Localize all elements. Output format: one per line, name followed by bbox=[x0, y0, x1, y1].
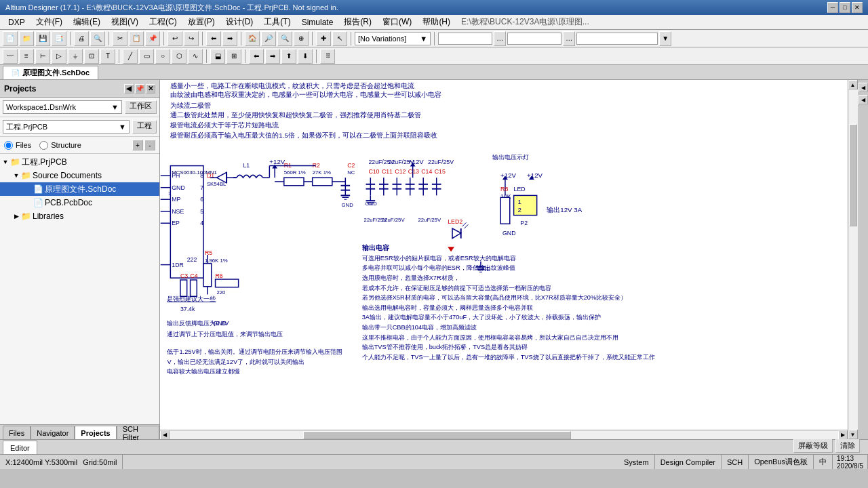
tb-undo-btn[interactable]: ↩ bbox=[167, 31, 182, 46]
search-input2[interactable] bbox=[507, 33, 561, 45]
tree-collapse-btn[interactable]: - bbox=[144, 140, 155, 150]
tb2-comp-btn[interactable]: ⊡ bbox=[84, 49, 99, 64]
panel-tab-projects[interactable]: Projects bbox=[75, 426, 116, 439]
tb2-wire-btn[interactable]: 〰 bbox=[3, 49, 18, 64]
files-radio[interactable] bbox=[4, 141, 13, 150]
tb2-port-btn[interactable]: ▷ bbox=[52, 49, 66, 64]
tb2-nav3[interactable]: ⬆ bbox=[281, 49, 296, 64]
sch-section[interactable]: SCH bbox=[722, 455, 749, 469]
tb-print-btn[interactable]: 🖨 bbox=[74, 31, 89, 46]
tb2-nav-next[interactable]: ➡ bbox=[265, 49, 280, 64]
tb-zoomin-btn[interactable]: 🔎 bbox=[261, 31, 276, 46]
tb-zoomsel-btn[interactable]: ⊕ bbox=[294, 31, 309, 46]
project-expand-icon[interactable]: ▼ bbox=[1, 158, 9, 166]
tb2-nav4[interactable]: ⬇ bbox=[298, 49, 313, 64]
tree-item-libraries[interactable]: ▶ 📁 Libraries bbox=[0, 209, 159, 223]
menu-file[interactable]: 文件(F) bbox=[31, 15, 68, 29]
tb2-bus-btn[interactable]: ≡ bbox=[19, 49, 34, 64]
panel-tab-sch-filter[interactable]: SCH Filter bbox=[117, 426, 159, 439]
edge-btn-2[interactable]: ◀ bbox=[859, 95, 868, 104]
close-button[interactable]: ✕ bbox=[852, 2, 863, 13]
vscroll-track[interactable] bbox=[848, 89, 858, 430]
project-dropdown[interactable]: 工程.PrjPCB ▼ bbox=[3, 120, 130, 134]
search-input1[interactable] bbox=[438, 33, 492, 45]
lang-section[interactable]: 中 bbox=[814, 455, 833, 469]
openbus-section[interactable]: OpenBus调色板 bbox=[749, 455, 814, 469]
panel-toggle-btn[interactable]: ◀ bbox=[124, 84, 134, 94]
design-compiler-section[interactable]: Design Compiler bbox=[655, 455, 722, 469]
tb-cut-btn[interactable]: ✂ bbox=[113, 31, 127, 46]
hscroll-thumb[interactable] bbox=[303, 431, 570, 439]
vscroll-down-arrow[interactable]: ▼ bbox=[848, 430, 858, 439]
edge-btn-1[interactable]: ◀ bbox=[859, 83, 868, 92]
menu-simulate[interactable]: Simulate bbox=[296, 16, 339, 28]
system-section[interactable]: System bbox=[618, 455, 655, 469]
panel-tab-files[interactable]: Files bbox=[3, 426, 31, 439]
menu-tools[interactable]: 工具(T) bbox=[258, 15, 296, 29]
tb2-power-btn[interactable]: ⏚ bbox=[68, 49, 83, 64]
tb-search2-btn[interactable]: … bbox=[563, 31, 575, 46]
tb-zoom-btn[interactable]: 🏠 bbox=[245, 31, 260, 46]
tb2-rect-btn[interactable]: ▭ bbox=[139, 49, 154, 64]
hscroll-left-arrow[interactable]: ◀ bbox=[160, 430, 170, 440]
tb-crosshair-btn[interactable]: ✚ bbox=[316, 31, 331, 46]
panel-close-btn[interactable]: ✕ bbox=[146, 84, 155, 94]
libraries-expand-icon[interactable]: ▶ bbox=[12, 212, 20, 220]
tb2-nav-prev[interactable]: ⬅ bbox=[249, 49, 264, 64]
tb-nav1-btn[interactable]: ⬅ bbox=[206, 31, 221, 46]
maximize-button[interactable]: □ bbox=[840, 2, 850, 13]
tb2-ellipse-btn[interactable]: ○ bbox=[155, 49, 170, 64]
tab-schematic[interactable]: 📄 原理图文件.SchDoc bbox=[3, 66, 98, 79]
schematic-canvas[interactable]: 感量小一些，电路工作在断续电流模式，纹波积大，只需考虑是否会超过饱和电流 由纹波… bbox=[160, 80, 848, 430]
tree-item-schdoc[interactable]: ▶ 📄 原理图文件.SchDoc bbox=[0, 182, 159, 196]
clear-label[interactable]: 清除 bbox=[835, 439, 860, 453]
hscroll-right-arrow[interactable]: ▶ bbox=[838, 430, 848, 440]
menu-help[interactable]: 帮助(H) bbox=[417, 15, 456, 29]
workarea-button[interactable]: 工作区 bbox=[125, 100, 157, 114]
shield-label[interactable]: 屏蔽等级 bbox=[793, 439, 833, 453]
tb2-net-btn[interactable]: ⊢ bbox=[35, 49, 50, 64]
tb2-bezier-btn[interactable]: ∿ bbox=[188, 49, 203, 64]
tb-copy-btn[interactable]: 📋 bbox=[129, 31, 144, 46]
menu-edit[interactable]: 编辑(E) bbox=[68, 15, 106, 29]
tb-redo-btn[interactable]: ↪ bbox=[184, 31, 199, 46]
project-button[interactable]: 工程 bbox=[132, 120, 157, 134]
menu-dxp[interactable]: DXP bbox=[3, 16, 31, 28]
tree-item-source-docs[interactable]: ▼ 📁 Source Documents bbox=[0, 169, 159, 182]
bottom-tab-editor[interactable]: Editor bbox=[3, 441, 37, 454]
tb-save-btn[interactable]: 💾 bbox=[35, 31, 50, 46]
search-input3[interactable] bbox=[576, 33, 658, 45]
menu-project[interactable]: 工程(C) bbox=[144, 15, 182, 29]
hscroll-track[interactable] bbox=[170, 430, 838, 440]
menu-design[interactable]: 设计(D) bbox=[220, 15, 259, 29]
tree-item-pcbdoc[interactable]: ▶ 📄 PCB.PcbDoc bbox=[0, 196, 159, 209]
tb-save-all-btn[interactable]: 📑 bbox=[52, 31, 66, 46]
vscroll-thumb[interactable] bbox=[849, 124, 857, 226]
minimize-button[interactable]: ─ bbox=[827, 2, 838, 13]
tb2-line-btn[interactable]: ╱ bbox=[123, 49, 138, 64]
tb-printpreview-btn[interactable]: 🔍 bbox=[90, 31, 105, 46]
panel-tab-navigator[interactable]: Navigator bbox=[31, 426, 75, 439]
tb-search3-btn[interactable]: ▼ bbox=[659, 31, 671, 46]
structure-radio[interactable] bbox=[39, 141, 48, 150]
structure-radio-item[interactable]: Structure bbox=[39, 141, 81, 150]
menu-window[interactable]: 窗口(W) bbox=[377, 15, 417, 29]
tb2-align2-btn[interactable]: ⊞ bbox=[226, 49, 241, 64]
no-variations-dropdown[interactable]: [No Variations] ▼ bbox=[355, 32, 431, 45]
tb-zoomout-btn[interactable]: 🔍 bbox=[277, 31, 292, 46]
menu-reports[interactable]: 报告(R) bbox=[338, 15, 377, 29]
vscroll-up-arrow[interactable]: ▲ bbox=[848, 80, 858, 89]
tb-open-btn[interactable]: 📁 bbox=[19, 31, 34, 46]
tb-nav2-btn[interactable]: ➡ bbox=[222, 31, 237, 46]
panel-pin-btn[interactable]: 📌 bbox=[135, 84, 144, 94]
tb2-align-btn[interactable]: ⬓ bbox=[210, 49, 225, 64]
tb-new-btn[interactable]: 📄 bbox=[3, 31, 18, 46]
tb2-poly-btn[interactable]: ⬡ bbox=[172, 49, 186, 64]
workspace-dropdown[interactable]: Workspace1.DsnWrk ▼ bbox=[3, 100, 122, 114]
tb-paste-btn[interactable]: 📌 bbox=[145, 31, 160, 46]
tree-expand-btn[interactable]: + bbox=[132, 140, 143, 150]
tb2-dots-btn[interactable]: ⠿ bbox=[320, 49, 335, 64]
tb-select-btn[interactable]: ↖ bbox=[332, 31, 347, 46]
tree-item-project[interactable]: ▼ 📁 工程.PrjPCB bbox=[0, 155, 159, 169]
tb-search-btn[interactable]: … bbox=[494, 31, 506, 46]
